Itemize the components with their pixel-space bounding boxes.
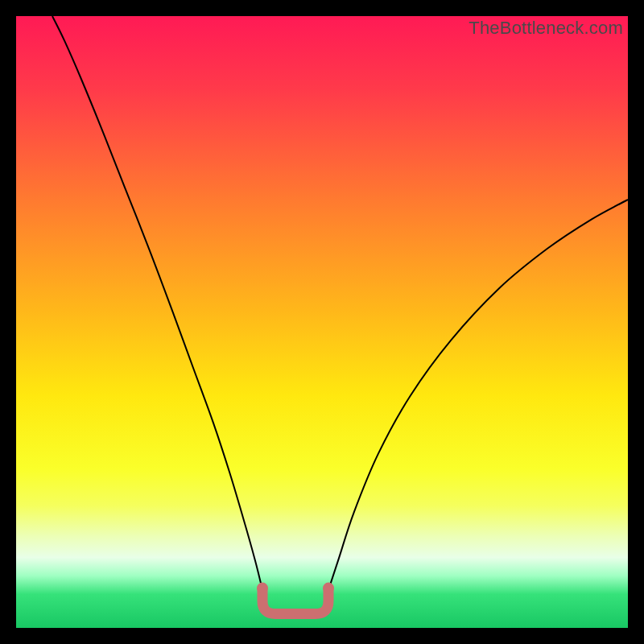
bottleneck-chart bbox=[16, 16, 628, 628]
watermark-text: TheBottleneck.com bbox=[469, 18, 623, 39]
gradient-background bbox=[16, 16, 628, 628]
trough-dot-right bbox=[323, 583, 334, 594]
trough-dot-left bbox=[257, 583, 268, 594]
plot-area bbox=[16, 16, 628, 628]
chart-frame: TheBottleneck.com bbox=[0, 0, 644, 644]
